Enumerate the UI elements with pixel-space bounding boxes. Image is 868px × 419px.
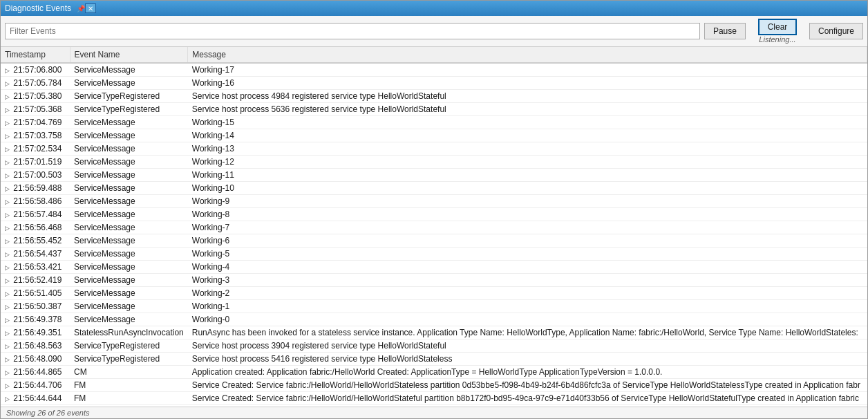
cell-eventname: StatelessRunAsyncInvocation — [70, 326, 188, 339]
pin-icon[interactable]: 📌 — [77, 5, 85, 12]
cell-timestamp: ▷ 21:56:51.405 — [1, 287, 70, 300]
table-row[interactable]: ▷ 21:57:05.784ServiceMessageWorking-16 — [1, 77, 867, 90]
table-row[interactable]: ▷ 21:56:53.421ServiceMessageWorking-4 — [1, 261, 867, 274]
row-expand-icon[interactable]: ▷ — [5, 238, 10, 245]
events-table: Timestamp Event Name Message ▷ 21:57:06.… — [1, 47, 867, 405]
row-expand-icon[interactable]: ▷ — [5, 369, 10, 376]
row-expand-icon[interactable]: ▷ — [5, 343, 10, 350]
table-row[interactable]: ▷ 21:56:44.706FMService Created: Service… — [1, 379, 867, 392]
table-row[interactable]: ▷ 21:57:00.503ServiceMessageWorking-11 — [1, 169, 867, 182]
row-expand-icon[interactable]: ▷ — [5, 212, 10, 218]
row-expand-icon[interactable]: ▷ — [5, 133, 10, 140]
toolbar: Pause Clear Listening... Configure — [1, 16, 867, 47]
row-expand-icon[interactable]: ▷ — [5, 159, 10, 166]
table-row[interactable]: ▷ 21:57:05.368ServiceTypeRegisteredServi… — [1, 103, 867, 116]
cell-message: Working-2 — [188, 287, 867, 300]
configure-button[interactable]: Configure — [809, 23, 863, 39]
title-bar-buttons: ✕ — [85, 3, 96, 13]
cell-timestamp: ▷ 21:56:44.644 — [1, 392, 70, 405]
title-bar: Diagnostic Events 📌 ✕ — [1, 1, 867, 16]
table-row[interactable]: ▷ 21:56:49.351StatelessRunAsyncInvocatio… — [1, 326, 867, 339]
table-row[interactable]: ▷ 21:57:03.758ServiceMessageWorking-14 — [1, 129, 867, 142]
cell-timestamp: ▷ 21:56:50.387 — [1, 300, 70, 313]
row-expand-icon[interactable]: ▷ — [5, 120, 10, 127]
filter-input[interactable] — [5, 23, 700, 39]
row-expand-icon[interactable]: ▷ — [5, 185, 10, 192]
cell-timestamp: ▷ 21:57:01.519 — [1, 156, 70, 169]
cell-eventname: FM — [70, 392, 188, 405]
cell-eventname: ServiceMessage — [70, 261, 188, 274]
close-button[interactable]: ✕ — [85, 3, 96, 13]
table-row[interactable]: ▷ 21:57:01.519ServiceMessageWorking-12 — [1, 156, 867, 169]
row-expand-icon[interactable]: ▷ — [5, 356, 10, 363]
row-expand-icon[interactable]: ▷ — [5, 93, 10, 100]
cell-timestamp: ▷ 21:56:44.706 — [1, 379, 70, 392]
row-expand-icon[interactable]: ▷ — [5, 382, 10, 389]
listening-status: Listening... — [759, 35, 795, 44]
event-count: Showing 26 of 26 events — [6, 409, 89, 417]
table-row[interactable]: ▷ 21:56:57.484ServiceMessageWorking-8 — [1, 208, 867, 221]
row-expand-icon[interactable]: ▷ — [5, 198, 10, 205]
row-expand-icon[interactable]: ▷ — [5, 80, 10, 87]
table-row[interactable]: ▷ 21:56:54.437ServiceMessageWorking-5 — [1, 248, 867, 261]
row-expand-icon[interactable]: ▷ — [5, 106, 10, 113]
table-row[interactable]: ▷ 21:56:44.865CMApplication created: App… — [1, 366, 867, 379]
row-expand-icon[interactable]: ▷ — [5, 146, 10, 153]
table-row[interactable]: ▷ 21:57:05.380ServiceTypeRegisteredServi… — [1, 90, 867, 103]
pause-button[interactable]: Pause — [704, 23, 746, 39]
table-row[interactable]: ▷ 21:56:55.452ServiceMessageWorking-6 — [1, 234, 867, 248]
cell-message: Working-12 — [188, 156, 867, 169]
col-header-message: Message — [188, 47, 867, 63]
cell-message: Service Created: Service fabric:/HelloWo… — [188, 379, 867, 392]
cell-timestamp: ▷ 21:57:05.368 — [1, 103, 70, 116]
cell-timestamp: ▷ 21:57:00.503 — [1, 169, 70, 182]
cell-eventname: ServiceMessage — [70, 63, 188, 77]
row-expand-icon[interactable]: ▷ — [5, 330, 10, 337]
table-header-row: Timestamp Event Name Message — [1, 47, 867, 63]
row-expand-icon[interactable]: ▷ — [5, 277, 10, 284]
cell-timestamp: ▷ 21:56:55.452 — [1, 234, 70, 248]
events-table-container[interactable]: Timestamp Event Name Message ▷ 21:57:06.… — [1, 47, 867, 407]
cell-message: Working-16 — [188, 77, 867, 90]
table-row[interactable]: ▷ 21:57:02.534ServiceMessageWorking-13 — [1, 142, 867, 156]
cell-message: Working-4 — [188, 261, 867, 274]
table-row[interactable]: ▷ 21:56:44.644FMService Created: Service… — [1, 392, 867, 405]
cell-eventname: ServiceMessage — [70, 248, 188, 261]
table-row[interactable]: ▷ 21:56:48.563ServiceTypeRegisteredServi… — [1, 339, 867, 353]
cell-eventname: ServiceMessage — [70, 169, 188, 182]
table-row[interactable]: ▷ 21:56:50.387ServiceMessageWorking-1 — [1, 300, 867, 313]
cell-message: Working-10 — [188, 182, 867, 195]
row-expand-icon[interactable]: ▷ — [5, 67, 10, 74]
row-expand-icon[interactable]: ▷ — [5, 395, 10, 402]
cell-message: Application created: Application fabric:… — [188, 366, 867, 379]
col-header-timestamp: Timestamp — [1, 47, 70, 63]
title-bar-left: Diagnostic Events 📌 — [5, 3, 85, 13]
table-row[interactable]: ▷ 21:56:49.378ServiceMessageWorking-0 — [1, 313, 867, 326]
cell-message: Service host process 4984 registered ser… — [188, 90, 867, 103]
table-row[interactable]: ▷ 21:56:58.486ServiceMessageWorking-9 — [1, 195, 867, 208]
table-row[interactable]: ▷ 21:56:51.405ServiceMessageWorking-2 — [1, 287, 867, 300]
cell-eventname: ServiceMessage — [70, 156, 188, 169]
row-expand-icon[interactable]: ▷ — [5, 264, 10, 271]
table-row[interactable]: ▷ 21:57:04.769ServiceMessageWorking-15 — [1, 116, 867, 129]
cell-eventname: ServiceMessage — [70, 182, 188, 195]
cell-timestamp: ▷ 21:57:03.758 — [1, 129, 70, 142]
row-expand-icon[interactable]: ▷ — [5, 251, 10, 258]
row-expand-icon[interactable]: ▷ — [5, 304, 10, 310]
table-row[interactable]: ▷ 21:56:52.419ServiceMessageWorking-3 — [1, 274, 867, 287]
row-expand-icon[interactable]: ▷ — [5, 225, 10, 232]
table-row[interactable]: ▷ 21:56:48.090ServiceTypeRegisteredServi… — [1, 353, 867, 366]
table-row[interactable]: ▷ 21:56:59.488ServiceMessageWorking-10 — [1, 182, 867, 195]
row-expand-icon[interactable]: ▷ — [5, 172, 10, 179]
cell-eventname: ServiceMessage — [70, 300, 188, 313]
table-row[interactable]: ▷ 21:57:06.800ServiceMessageWorking-17 — [1, 63, 867, 77]
cell-timestamp: ▷ 21:56:49.378 — [1, 313, 70, 326]
table-row[interactable]: ▷ 21:56:56.468ServiceMessageWorking-7 — [1, 221, 867, 234]
clear-button[interactable]: Clear — [758, 19, 798, 35]
row-expand-icon[interactable]: ▷ — [5, 317, 10, 324]
row-expand-icon[interactable]: ▷ — [5, 290, 10, 297]
cell-eventname: ServiceMessage — [70, 274, 188, 287]
cell-eventname: ServiceMessage — [70, 116, 188, 129]
cell-timestamp: ▷ 21:56:54.437 — [1, 248, 70, 261]
cell-timestamp: ▷ 21:57:05.380 — [1, 90, 70, 103]
